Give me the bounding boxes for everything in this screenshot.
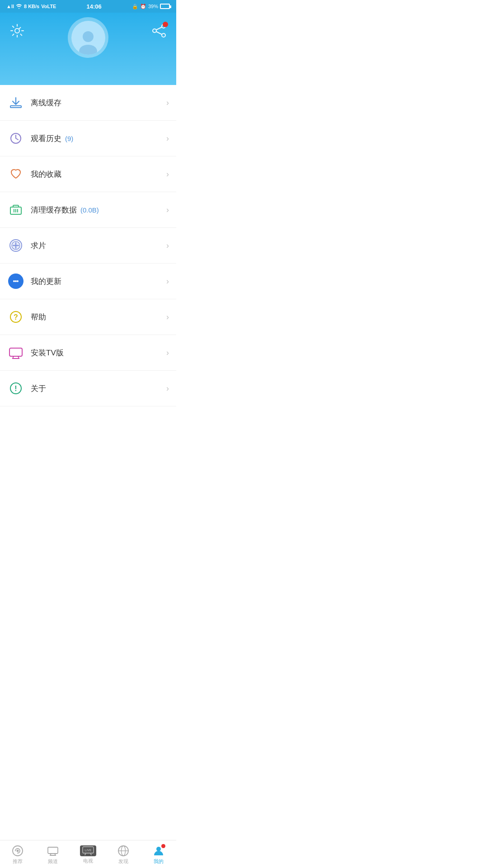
update-icon bbox=[8, 274, 23, 289]
clean-label: 清理缓存数据 (0.0B) bbox=[31, 205, 163, 215]
gear-icon bbox=[9, 23, 25, 39]
favorites-icon-wrap bbox=[7, 165, 24, 183]
time-label: 14:06 bbox=[87, 3, 102, 10]
wifi-icon bbox=[16, 4, 22, 9]
share-button[interactable] bbox=[151, 23, 167, 39]
request-icon bbox=[9, 238, 23, 253]
avatar-inner bbox=[71, 21, 105, 55]
menu-item-favorites[interactable]: 我的收藏 › bbox=[0, 156, 176, 192]
updates-icon-wrap bbox=[7, 273, 24, 290]
about-label: 关于 bbox=[31, 383, 163, 394]
svg-point-1 bbox=[83, 31, 94, 42]
avatar-person-icon bbox=[75, 28, 102, 55]
battery-label: 39% bbox=[148, 4, 158, 9]
svg-line-6 bbox=[156, 27, 162, 30]
offline-label: 离线缓存 bbox=[31, 98, 163, 108]
status-bar: ▲ll 8 KB/s VoLTE 14:06 🔒 ⏰ 39% bbox=[0, 0, 176, 13]
avatar bbox=[68, 17, 108, 58]
svg-text:!: ! bbox=[14, 385, 17, 392]
tv-label: 安装TV版 bbox=[31, 348, 163, 358]
menu-item-offline[interactable]: 离线缓存 › bbox=[0, 85, 176, 121]
about-icon-wrap: ! bbox=[7, 380, 24, 397]
svg-point-2 bbox=[79, 45, 97, 55]
svg-point-18 bbox=[13, 280, 15, 282]
help-label: 帮助 bbox=[31, 312, 163, 322]
status-left: ▲ll 8 KB/s VoLTE bbox=[6, 4, 56, 9]
offline-icon-wrap bbox=[7, 94, 24, 111]
clean-icon bbox=[9, 203, 23, 217]
svg-point-20 bbox=[17, 280, 19, 282]
share-notification-dot bbox=[163, 22, 168, 27]
tv-icon-wrap bbox=[7, 344, 24, 361]
updates-label: 我的更新 bbox=[31, 276, 163, 287]
help-icon: ? bbox=[9, 310, 23, 324]
menu-list: 离线缓存 › 观看历史 (9) › 我的收藏 bbox=[0, 85, 176, 406]
signal-icon: ▲ll bbox=[6, 4, 14, 9]
history-arrow: › bbox=[166, 134, 169, 143]
favorites-arrow: › bbox=[166, 170, 169, 179]
history-icon-wrap bbox=[7, 130, 24, 147]
about-arrow: › bbox=[166, 384, 169, 393]
lock-icon: 🔒 bbox=[132, 4, 138, 9]
avatar-container bbox=[68, 17, 108, 58]
svg-text:?: ? bbox=[14, 313, 18, 321]
svg-point-5 bbox=[153, 29, 156, 33]
request-icon-wrap bbox=[7, 237, 24, 254]
svg-point-0 bbox=[15, 28, 19, 33]
menu-item-request[interactable]: 求片 › bbox=[0, 228, 176, 264]
svg-rect-23 bbox=[9, 348, 22, 356]
clean-arrow: › bbox=[166, 205, 169, 215]
request-label: 求片 bbox=[31, 241, 163, 251]
settings-button[interactable] bbox=[9, 23, 25, 39]
menu-item-history[interactable]: 观看历史 (9) › bbox=[0, 121, 176, 156]
offline-arrow: › bbox=[166, 98, 169, 108]
alarm-icon: ⏰ bbox=[140, 4, 146, 9]
clean-icon-wrap bbox=[7, 201, 24, 218]
svg-rect-8 bbox=[10, 106, 21, 108]
svg-point-4 bbox=[162, 33, 165, 37]
menu-item-updates[interactable]: 我的更新 › bbox=[0, 264, 176, 299]
history-icon bbox=[9, 132, 23, 145]
menu-item-help[interactable]: ? 帮助 › bbox=[0, 299, 176, 335]
about-icon: ! bbox=[9, 382, 23, 395]
profile-header bbox=[0, 13, 176, 85]
request-arrow: › bbox=[166, 241, 169, 250]
svg-line-7 bbox=[156, 32, 162, 34]
history-label: 观看历史 (9) bbox=[31, 133, 163, 144]
menu-item-about[interactable]: ! 关于 › bbox=[0, 371, 176, 406]
help-arrow: › bbox=[166, 312, 169, 322]
menu-scroll-area: 离线缓存 › 观看历史 (9) › 我的收藏 bbox=[0, 85, 176, 434]
tv-arrow: › bbox=[166, 348, 169, 358]
svg-point-19 bbox=[15, 280, 17, 282]
menu-item-clean[interactable]: 清理缓存数据 (0.0B) › bbox=[0, 192, 176, 228]
heart-icon bbox=[9, 167, 23, 181]
battery-icon bbox=[160, 4, 170, 9]
speed-label: 8 KB/s bbox=[24, 4, 39, 9]
tv-icon bbox=[9, 346, 23, 359]
help-icon-wrap: ? bbox=[7, 308, 24, 326]
updates-arrow: › bbox=[166, 277, 169, 286]
menu-item-tv[interactable]: 安装TV版 › bbox=[0, 335, 176, 371]
favorites-label: 我的收藏 bbox=[31, 169, 163, 179]
volte-label: VoLTE bbox=[41, 4, 56, 9]
download-icon bbox=[9, 96, 23, 109]
history-badge: (9) bbox=[65, 135, 73, 142]
status-right: 🔒 ⏰ 39% bbox=[132, 4, 170, 9]
clean-badge: (0.0B) bbox=[80, 206, 99, 214]
